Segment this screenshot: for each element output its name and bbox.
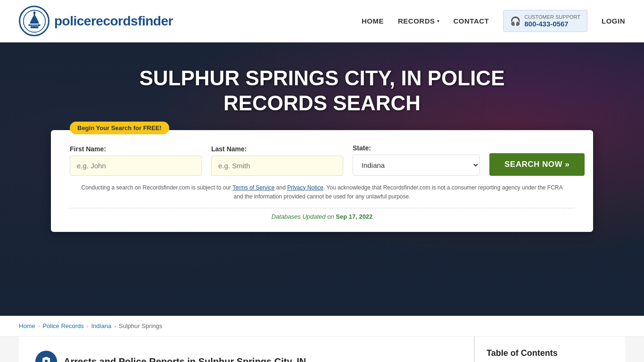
- privacy-link[interactable]: Privacy Notice: [287, 184, 323, 191]
- section-header: Arrests and Police Reports in Sulphur Sp…: [35, 351, 457, 362]
- breadcrumb-state[interactable]: Indiana: [91, 322, 111, 329]
- nav-records-wrapper: RECORDS ▾: [398, 17, 439, 25]
- hero-title: SULPHUR SPRINGS CITY, IN POLICE RECORDS …: [110, 66, 534, 116]
- svg-rect-9: [37, 24, 38, 27]
- disclaimer-text: Conducting a search on Recordsfinder.com…: [70, 183, 574, 201]
- nav-home[interactable]: HOME: [362, 17, 384, 25]
- free-badge: Begin Your Search for FREE!: [70, 122, 169, 134]
- breadcrumb-home[interactable]: Home: [19, 322, 35, 329]
- support-label: CUSTOMER SUPPORT: [524, 14, 580, 20]
- svg-rect-7: [33, 24, 34, 27]
- first-name-group: First Name:: [70, 145, 202, 176]
- state-select[interactable]: Indiana Alabama Alaska Arizona Californi…: [353, 155, 480, 176]
- logo-police-text: policerecords: [54, 14, 138, 28]
- records-chevron-icon: ▾: [437, 18, 439, 24]
- svg-point-4: [33, 11, 35, 14]
- nav-records[interactable]: RECORDS: [398, 17, 435, 25]
- hero-content: SULPHUR SPRINGS CITY, IN POLICE RECORDS …: [0, 66, 644, 232]
- logo-area: policerecordsfinder: [19, 6, 173, 36]
- svg-rect-12: [45, 361, 48, 362]
- breadcrumb-sep-1: ›: [38, 323, 40, 329]
- state-group: State: Indiana Alabama Alaska Arizona Ca…: [353, 144, 480, 176]
- db-updated-label: Databases Updated on: [272, 213, 334, 220]
- support-number: 800-433-0567: [524, 20, 580, 28]
- db-updated-date: Sep 17, 2022: [336, 213, 372, 220]
- nav-login[interactable]: LOGIN: [602, 17, 625, 25]
- logo-text: policerecordsfinder: [54, 14, 173, 29]
- hero-section: SULPHUR SPRINGS CITY, IN POLICE RECORDS …: [0, 42, 644, 316]
- svg-rect-6: [32, 24, 33, 27]
- breadcrumb-sep-3: ›: [114, 323, 116, 329]
- last-name-input[interactable]: [211, 156, 343, 176]
- content-right: Table of Contents › Arrests and Police R…: [474, 337, 625, 362]
- headphone-icon: 🎧: [510, 16, 520, 26]
- main-nav: HOME RECORDS ▾ CONTACT 🎧 CUSTOMER SUPPOR…: [362, 10, 625, 32]
- search-divider: [70, 208, 574, 208]
- breadcrumb-sep-2: ›: [87, 323, 89, 329]
- nav-contact[interactable]: CONTACT: [454, 17, 489, 25]
- main-content: Arrests and Police Reports in Sulphur Sp…: [0, 337, 644, 362]
- state-label: State:: [353, 144, 480, 152]
- breadcrumb-police-records[interactable]: Police Records: [42, 322, 83, 329]
- first-name-label: First Name:: [70, 145, 202, 153]
- tos-link[interactable]: Terms of Service: [232, 184, 274, 191]
- section-title: Arrests and Police Reports in Sulphur Sp…: [64, 356, 306, 362]
- logo-finder-text: finder: [138, 14, 173, 28]
- svg-rect-5: [30, 24, 31, 27]
- logo-icon: [19, 6, 50, 36]
- search-button[interactable]: SEARCH NOW »: [489, 153, 585, 176]
- breadcrumb-city: Sulphur Springs: [119, 322, 163, 329]
- search-fields: First Name: Last Name: State: Indiana Al…: [70, 144, 574, 176]
- first-name-input[interactable]: [70, 156, 202, 176]
- db-updated: Databases Updated on Sep 17, 2022: [70, 213, 574, 220]
- toc-title: Table of Contents: [487, 348, 613, 358]
- breadcrumb: Home › Police Records › Indiana › Sulphu…: [0, 316, 644, 337]
- customer-support-button[interactable]: 🎧 CUSTOMER SUPPORT 800-433-0567: [503, 10, 587, 32]
- badge-shield-icon: [35, 351, 57, 362]
- last-name-group: Last Name:: [211, 145, 343, 176]
- last-name-label: Last Name:: [211, 145, 343, 153]
- search-box: Begin Your Search for FREE! First Name: …: [51, 130, 593, 232]
- svg-rect-8: [35, 24, 36, 27]
- support-info: CUSTOMER SUPPORT 800-433-0567: [524, 14, 580, 28]
- content-left: Arrests and Police Reports in Sulphur Sp…: [19, 337, 474, 362]
- site-header: policerecordsfinder HOME RECORDS ▾ CONTA…: [0, 0, 644, 42]
